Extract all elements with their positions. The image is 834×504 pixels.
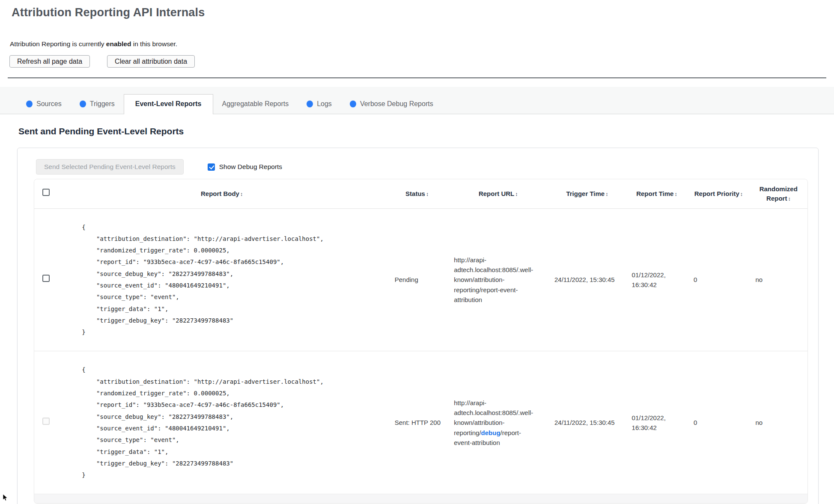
blue-dot-icon [80,101,86,107]
tab-label: Event-Level Reports [135,100,202,108]
show-debug-label: Show Debug Reports [219,163,282,171]
row-checkbox [42,418,50,425]
page-title: Attribution Reporting API Internals [12,6,824,19]
sort-icon: ↕ [240,191,243,197]
tab-logs[interactable]: Logs [298,95,341,114]
sort-icon: ↕ [674,191,677,197]
tab-triggers[interactable]: Triggers [71,95,124,114]
tab-label: Verbose Debug Reports [360,100,433,108]
col-header-label: Randomized Report [760,185,798,202]
col-header-label: Report Priority [694,190,739,197]
sort-icon: ↕ [740,191,743,197]
refresh-all-button[interactable]: Refresh all page data [9,55,90,68]
report-body-json: { "attribution_destination": "http://ara… [82,222,382,338]
tab-label: Sources [36,100,62,108]
show-debug-toggle[interactable]: Show Debug Reports [208,163,282,171]
section-heading: Sent and Pending Event-Level Reports [18,126,819,136]
blue-dot-icon [350,101,356,107]
tab-verbose-debug-reports[interactable]: Verbose Debug Reports [341,95,442,114]
sort-icon: ↕ [788,196,790,202]
table-footer [34,494,807,503]
randomized-report-cell: no [750,209,807,351]
page-header: Attribution Reporting API Internals Attr… [0,0,834,68]
col-header-label: Trigger Time [566,190,605,197]
row-select-cell [34,209,57,351]
report-body-json: { "attribution_destination": "http://ara… [82,364,382,481]
report-body-cell: { "attribution_destination": "http://ara… [57,209,386,351]
col-header-label: Report Time [636,190,673,197]
report-priority-cell: 0 [688,351,749,494]
col-header-select[interactable] [34,179,57,209]
tab-event-level-reports[interactable]: Event-Level Reports [124,94,213,114]
row-select-cell [34,351,57,494]
row-checkbox[interactable] [42,275,50,282]
show-debug-checkbox[interactable] [208,163,215,171]
status-enabled-emphasis: enabled [106,40,131,47]
sort-icon: ↕ [426,191,429,197]
col-header-label: Report URL [479,190,514,197]
trigger-time-cell: 24/11/2022, 15:30:45 [548,209,626,351]
col-header-trigger-time[interactable]: Trigger Time↕ [548,179,626,209]
col-header-report-body[interactable]: Report Body↕ [57,179,386,209]
sort-icon: ↕ [605,191,608,197]
report-time-cell: 01/12/2022, 16:30:42 [626,351,688,494]
select-all-checkbox[interactable] [42,189,50,196]
trigger-time-cell: 24/11/2022, 15:30:45 [548,351,626,494]
blue-dot-icon [26,101,33,107]
col-header-report-url[interactable]: Report URL↕ [448,179,548,209]
toolbar: Refresh all page data Clear all attribut… [9,55,824,68]
reports-table-card: Report Body↕Status↕Report URL↕Trigger Ti… [34,179,808,504]
col-header-label: Status [405,190,425,197]
report-url-text: http://arapi-adtech.localhost:8085/.well… [454,256,533,303]
report-time-cell: 01/12/2022, 16:30:42 [626,209,688,351]
blue-dot-icon [307,101,313,107]
tab-sources[interactable]: Sources [17,95,71,114]
report-url-cell: http://arapi-adtech.localhost:8085/.well… [448,351,548,494]
tab-label: Aggregatable Reports [222,100,289,108]
randomized-report-cell: no [750,351,807,494]
mouse-cursor-icon [3,494,8,501]
send-selected-reports-button[interactable]: Send Selected Pending Event-Level Report… [36,159,184,175]
report-row: { "attribution_destination": "http://ara… [34,351,807,494]
tab-panel: Sent and Pending Event-Level Reports Sen… [0,126,834,504]
debug-link[interactable]: debug [481,429,500,436]
col-header-status[interactable]: Status↕ [386,179,448,209]
sort-icon: ↕ [515,191,518,197]
report-priority-cell: 0 [688,209,749,351]
col-header-report-time[interactable]: Report Time↕ [626,179,688,209]
tab-label: Triggers [90,100,115,108]
report-body-cell: { "attribution_destination": "http://ara… [57,351,386,494]
table-header-row: Report Body↕Status↕Report URL↕Trigger Ti… [34,179,807,209]
reports-panel: Send Selected Pending Event-Level Report… [17,148,819,504]
col-header-randomized-report[interactable]: Randomized Report↕ [750,179,807,209]
report-url-cell: http://arapi-adtech.localhost:8085/.well… [448,209,548,351]
col-header-label: Report Body [201,190,239,197]
tab-label: Logs [317,100,332,108]
clear-all-button[interactable]: Clear all attribution data [107,55,195,68]
tab-bar: SourcesTriggersEvent-Level ReportsAggreg… [0,87,834,114]
reports-table: Report Body↕Status↕Report URL↕Trigger Ti… [34,179,807,503]
status-suffix: in this browser. [131,40,177,47]
col-header-report-priority[interactable]: Report Priority↕ [688,179,749,209]
table-controls: Send Selected Pending Event-Level Report… [36,159,808,175]
api-status-text: Attribution Reporting is currently enabl… [10,40,824,48]
status-cell: Sent: HTTP 200 [386,351,448,494]
status-cell: Pending [386,209,448,351]
report-row: { "attribution_destination": "http://ara… [34,209,807,351]
tab-aggregatable-reports[interactable]: Aggregatable Reports [213,95,298,114]
status-prefix: Attribution Reporting is currently [10,40,106,47]
header-divider [8,77,826,78]
